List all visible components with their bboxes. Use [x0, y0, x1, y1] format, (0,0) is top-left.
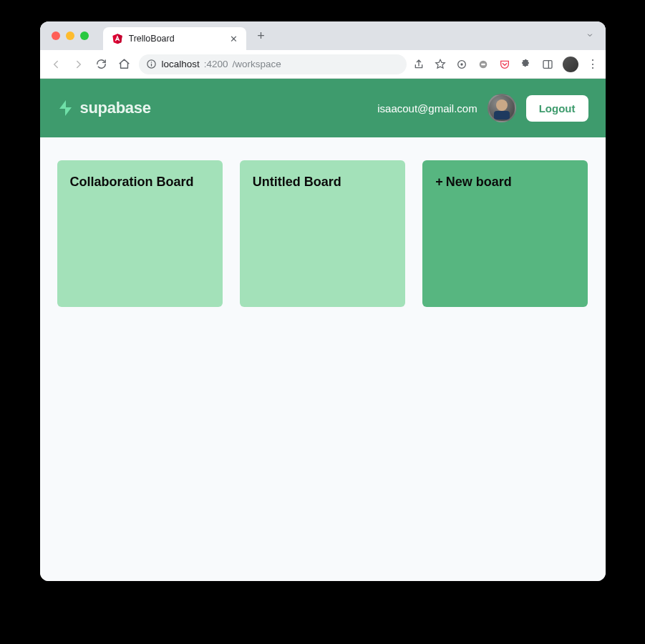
- tab-title: TrelloBoard: [129, 34, 224, 44]
- toolbar-right-icons: ⋮: [412, 57, 598, 72]
- new-board-card[interactable]: +New board: [422, 160, 588, 307]
- panel-icon[interactable]: [541, 58, 554, 71]
- plus-icon: +: [435, 175, 443, 189]
- reload-button[interactable]: [93, 56, 110, 73]
- site-info-icon[interactable]: [146, 59, 157, 70]
- board-card[interactable]: Untitled Board: [240, 160, 405, 307]
- pocket-icon[interactable]: [498, 58, 511, 71]
- url-host: localhost: [162, 59, 200, 69]
- url-port: :4200: [204, 59, 228, 69]
- logout-button[interactable]: Logout: [526, 95, 588, 122]
- address-bar[interactable]: localhost:4200/workspace: [139, 54, 407, 74]
- workspace-content: Collaboration Board Untitled Board +New …: [40, 137, 606, 581]
- supabase-logo-icon: [57, 99, 74, 117]
- profile-avatar-icon[interactable]: [563, 57, 578, 72]
- window-minimize-button[interactable]: [66, 31, 74, 40]
- bookmark-star-icon[interactable]: [434, 58, 447, 71]
- board-title: Collaboration Board: [70, 175, 210, 190]
- brand-logo[interactable]: supabase: [57, 99, 151, 117]
- board-card[interactable]: Collaboration Board: [57, 160, 223, 307]
- window-controls: [47, 31, 94, 40]
- extension-badge-icon[interactable]: [477, 58, 490, 71]
- boards-grid: Collaboration Board Untitled Board +New …: [57, 160, 588, 307]
- browser-toolbar: localhost:4200/workspace: [40, 50, 606, 79]
- window-close-button[interactable]: [52, 31, 60, 40]
- svg-rect-9: [543, 60, 552, 68]
- svg-rect-8: [481, 63, 485, 65]
- url-path: /workspace: [233, 59, 281, 69]
- user-email: isaacout@gmail.com: [377, 102, 477, 114]
- home-button[interactable]: [116, 56, 133, 73]
- board-title: Untitled Board: [253, 175, 392, 190]
- browser-menu-icon[interactable]: ⋮: [587, 57, 598, 71]
- new-tab-button[interactable]: +: [252, 26, 271, 45]
- window-fullscreen-button[interactable]: [80, 31, 89, 40]
- svg-point-6: [460, 63, 462, 65]
- browser-tab[interactable]: TrelloBoard ✕: [103, 27, 246, 50]
- browser-window: TrelloBoard ✕ + localhost:4200/workspace: [40, 21, 606, 581]
- tabs-dropdown-icon[interactable]: [586, 31, 594, 42]
- extensions-puzzle-icon[interactable]: [520, 58, 533, 71]
- brand-name: supabase: [80, 99, 151, 117]
- svg-rect-4: [151, 64, 152, 67]
- new-board-text: New board: [446, 175, 512, 189]
- app-header: supabase isaacout@gmail.com Logout: [40, 79, 606, 137]
- browser-tab-bar: TrelloBoard ✕ +: [40, 21, 606, 50]
- tab-close-icon[interactable]: ✕: [230, 34, 238, 44]
- share-icon[interactable]: [412, 58, 425, 71]
- user-avatar[interactable]: [488, 94, 516, 122]
- svg-point-3: [151, 62, 152, 63]
- extension-icon[interactable]: [455, 58, 468, 71]
- new-board-label: +New board: [435, 175, 575, 190]
- angular-favicon-icon: [112, 33, 123, 44]
- back-button[interactable]: [47, 56, 64, 73]
- header-right: isaacout@gmail.com Logout: [377, 94, 588, 122]
- forward-button[interactable]: [70, 56, 87, 73]
